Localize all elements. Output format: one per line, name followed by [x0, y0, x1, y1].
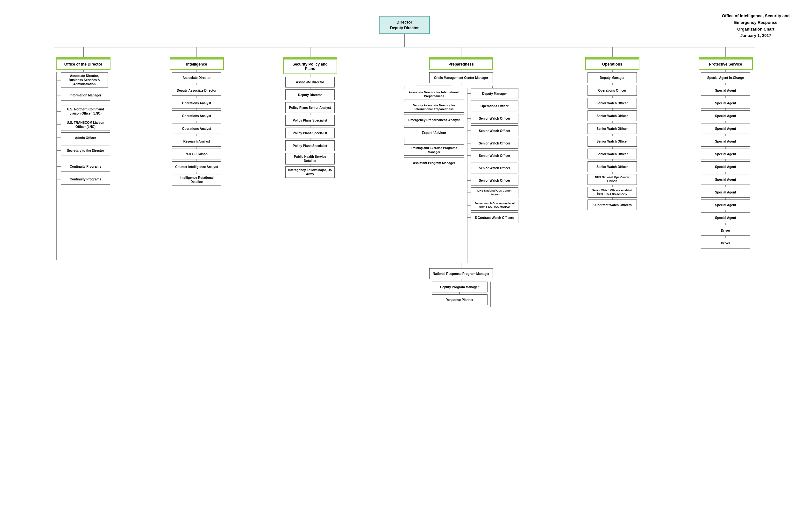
col-prot: Protective Service Special Agent In-Char…: [696, 57, 755, 249]
security-header: Security Policy and Plans: [283, 57, 337, 74]
prep-header: Preparedness: [429, 57, 493, 70]
office-item-6: Continuity Programs: [61, 161, 110, 172]
sec-item-6: Public Health Service Detailee: [285, 153, 335, 165]
ops-main-item-1: Operations Officer: [588, 85, 637, 96]
intl-item-1: Deputy Associate Director for Internatio…: [404, 102, 464, 113]
ops-main-item-7: Senior Watch Officer: [588, 161, 637, 172]
office-item-0: Associate Director, Business Services & …: [61, 72, 108, 88]
ops-main-item-8: DHS National Ops Center Liaison: [588, 174, 637, 185]
intel-item-3: Operations Analyst: [172, 110, 221, 121]
drop-security: [281, 47, 339, 57]
drop-intel: [168, 47, 226, 57]
sec-item-5: Policy Plans Specialist: [285, 140, 335, 151]
director-label: Director: [386, 20, 423, 25]
col-intel: Intelligence Associate Director Deputy A…: [168, 57, 226, 185]
top-section: Director Deputy Director: [54, 16, 755, 57]
office-header: Office of the Director: [56, 57, 111, 70]
ops-item-6: Senior Watch Officer: [470, 163, 518, 174]
prot-item-12: Driver: [701, 225, 750, 236]
crisis-manager-box: Crisis Management Center Manager: [429, 72, 493, 83]
response-planner-box: Response Planner: [432, 294, 488, 305]
prot-item-2: Special Agent: [701, 98, 750, 108]
page-title: Office of Intelligence, Security and Eme…: [722, 13, 790, 39]
sec-item-7: Interagency Fellow Major, US Army: [285, 166, 335, 178]
prot-item-9: Special Agent: [701, 187, 750, 198]
natl-response-box: National Response Program Manager: [429, 268, 493, 279]
training-box: Training and Exercise Programs Manager: [404, 145, 464, 155]
ops-main-item-6: Senior Watch Officer: [588, 149, 637, 160]
ops-main-item-2: Senior Watch Officer: [588, 98, 637, 108]
sec-item-3: Policy Plans Specialist: [285, 115, 335, 126]
intl-item-0: Associate Director for International Pre…: [404, 89, 464, 100]
office-item-7: Continuity Programs: [61, 174, 110, 184]
prot-item-5: Special Agent: [701, 136, 750, 147]
sec-item-1: Deputy Director: [285, 89, 335, 100]
top-vline: [404, 34, 405, 47]
ops-main-item-3: Senior Watch Officer: [588, 110, 637, 121]
prot-item-1: Special Agent: [701, 85, 750, 96]
director-box: Director Deputy Director: [379, 16, 430, 34]
ops-item-5: Senior Watch Officer: [470, 150, 518, 161]
ops-item-7: Senior Watch Officer: [470, 175, 518, 186]
prot-item-11: Special Agent: [701, 212, 750, 223]
intel-item-7: Counter Intelligence Analyst: [172, 161, 221, 172]
intel-item-5: Research Analyst: [172, 136, 221, 147]
col-prep: Preparedness Crisis Management Center Ma…: [394, 57, 528, 307]
ops-main-item-5: Senior Watch Officer: [588, 136, 637, 147]
ops-item-9: Senior Watch Officers on detail from FTA…: [470, 200, 518, 211]
ops-main-item-9: Senior Watch Officers on detail from FTA…: [588, 187, 637, 198]
prot-item-3: Special Agent: [701, 110, 750, 121]
office-item-5: Secretary to the Director: [61, 145, 110, 156]
ops-item-2: Senior Watch Officer: [470, 113, 518, 124]
ops-main-item-4: Senior Watch Officer: [588, 123, 637, 134]
prot-item-8: Special Agent: [701, 174, 750, 185]
section-drops: [54, 47, 755, 57]
section-headers-row: Office of the Director Associate Directo…: [54, 57, 755, 307]
ops-main-item-10: 5 Contract Watch Officers: [588, 199, 637, 210]
prot-header: Protective Service: [699, 57, 753, 70]
office-item-4: Admin Officer: [61, 132, 110, 143]
office-item-1: Information Manager: [61, 90, 110, 101]
deputy-director-label: Deputy Director: [386, 26, 423, 30]
prot-item-7: Special Agent: [701, 161, 750, 172]
prot-item-0: Special Agent In-Charge: [701, 72, 750, 83]
prot-item-6: Special Agent: [701, 149, 750, 160]
deputy-program-box: Deputy Program Manager: [432, 282, 488, 292]
intel-item-6: NJTTF Liaison: [172, 149, 221, 160]
intel-header: Intelligence: [170, 57, 224, 70]
assistant-box: Assistant Program Manager: [404, 158, 464, 168]
sec-item-2: Policy Plans Senior Analyst: [285, 102, 335, 113]
drop-prot: [696, 47, 755, 57]
intel-item-1: Deputy Associate Director: [172, 85, 221, 96]
intel-item-2: Operations Analyst: [172, 98, 221, 108]
prot-item-13: Driver: [701, 238, 750, 249]
col-security: Security Policy and Plans Associate Dire…: [281, 57, 339, 178]
ops-item-10: 5 Contract Watch Officers: [470, 212, 518, 223]
org-chart-container: Office of Intelligence, Security and Eme…: [6, 6, 802, 307]
col-office: Office of the Director Associate Directo…: [54, 57, 112, 260]
drop-office: [54, 47, 112, 57]
col-ops: Operations Deputy Manager Operations Off…: [583, 57, 641, 210]
intl-item-3: Expert / Advisor: [404, 127, 464, 138]
drop-prep: [394, 47, 528, 57]
intel-item-8: Intelligence Rotational Detailee: [172, 174, 221, 185]
sec-item-4: Policy Plans Specialist: [285, 127, 335, 138]
prot-item-4: Special Agent: [701, 123, 750, 134]
ops-main-item-0: Deputy Manager: [588, 72, 637, 83]
intl-item-2: Emergency Preparedness Analyst: [404, 115, 464, 125]
drop-ops: [583, 47, 641, 57]
sec-item-0: Associate Director: [285, 77, 335, 88]
office-item-3: U.S. TRANSCOM Liaison Officer (LNO): [61, 119, 110, 131]
ops-item-4: Senior Watch Officer: [470, 138, 518, 149]
prot-item-10: Special Agent: [701, 199, 750, 210]
office-item-2: U.S. Northern Command Liaison Officer (L…: [61, 106, 110, 117]
intel-item-4: Operations Analyst: [172, 123, 221, 134]
ops-item-0: Deputy Manager: [470, 88, 518, 99]
top-hbar: [54, 47, 755, 47]
ops-header: Operations: [585, 57, 639, 70]
ops-item-1: Operations Officer: [470, 101, 518, 111]
ops-item-8: DHS National Ops Center Liaison: [470, 188, 518, 198]
ops-item-3: Senior Watch Officer: [470, 125, 518, 136]
intel-item-0: Associate Director: [172, 72, 221, 83]
